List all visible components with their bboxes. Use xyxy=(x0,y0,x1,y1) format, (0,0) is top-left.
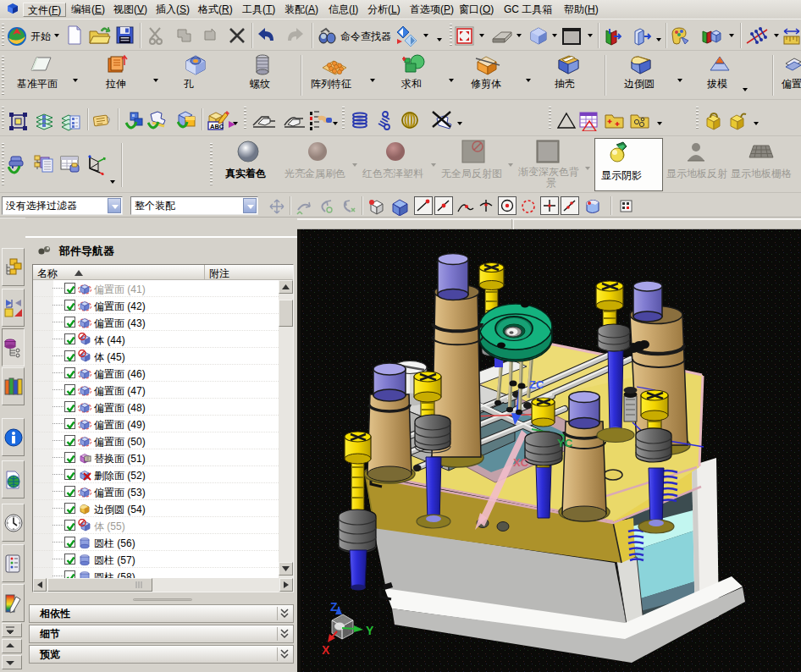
svg-text:XC: XC xyxy=(513,456,529,469)
svg-text:ABC: ABC xyxy=(210,123,224,130)
svg-text:YC: YC xyxy=(557,437,573,449)
svg-text:X: X xyxy=(322,643,330,657)
svg-text:Y: Y xyxy=(366,624,374,637)
svg-text:ZC: ZC xyxy=(529,378,544,391)
svg-text:Z: Z xyxy=(330,600,338,614)
